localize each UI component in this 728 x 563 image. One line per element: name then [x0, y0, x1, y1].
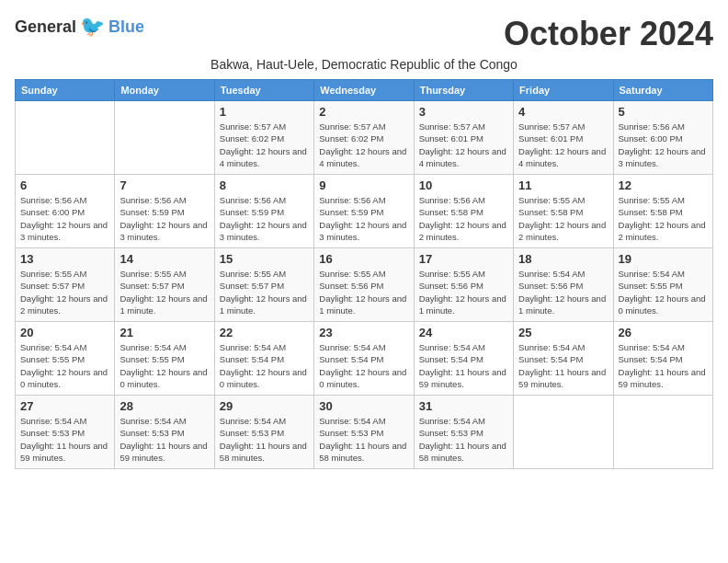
calendar-cell: 21Sunrise: 5:54 AM Sunset: 5:55 PM Dayli… [115, 322, 214, 396]
calendar-cell: 19Sunrise: 5:54 AM Sunset: 5:55 PM Dayli… [613, 248, 712, 322]
calendar-cell: 27Sunrise: 5:54 AM Sunset: 5:53 PM Dayli… [16, 396, 115, 469]
day-number: 3 [419, 105, 508, 119]
calendar-cell: 15Sunrise: 5:55 AM Sunset: 5:57 PM Dayli… [214, 248, 313, 322]
logo-bird-icon: 🐦 [80, 15, 105, 39]
calendar-cell: 2Sunrise: 5:57 AM Sunset: 6:02 PM Daylig… [314, 101, 414, 175]
calendar-cell: 24Sunrise: 5:54 AM Sunset: 5:54 PM Dayli… [414, 322, 513, 396]
calendar-cell: 11Sunrise: 5:55 AM Sunset: 5:58 PM Dayli… [514, 175, 613, 248]
day-info: Sunrise: 5:56 AM Sunset: 5:58 PM Dayligh… [419, 194, 508, 243]
day-info: Sunrise: 5:55 AM Sunset: 5:57 PM Dayligh… [119, 268, 209, 316]
day-info: Sunrise: 5:56 AM Sunset: 6:00 PM Dayligh… [20, 194, 109, 243]
day-number: 7 [119, 178, 209, 192]
day-number: 30 [319, 399, 408, 413]
calendar-cell: 20Sunrise: 5:54 AM Sunset: 5:55 PM Dayli… [16, 322, 115, 396]
logo: General 🐦 Blue [15, 15, 144, 39]
day-number: 26 [619, 326, 708, 339]
calendar-cell: 9Sunrise: 5:56 AM Sunset: 5:59 PM Daylig… [314, 175, 414, 248]
calendar-cell [514, 396, 613, 469]
day-number: 1 [220, 105, 309, 119]
day-info: Sunrise: 5:56 AM Sunset: 5:59 PM Dayligh… [119, 194, 209, 243]
day-info: Sunrise: 5:54 AM Sunset: 5:55 PM Dayligh… [119, 341, 209, 390]
calendar-cell: 25Sunrise: 5:54 AM Sunset: 5:54 PM Dayli… [514, 322, 613, 396]
day-info: Sunrise: 5:57 AM Sunset: 6:01 PM Dayligh… [518, 121, 608, 169]
calendar-cell: 10Sunrise: 5:56 AM Sunset: 5:58 PM Dayli… [414, 175, 513, 248]
week-row-2: 6Sunrise: 5:56 AM Sunset: 6:00 PM Daylig… [16, 175, 713, 248]
day-info: Sunrise: 5:57 AM Sunset: 6:01 PM Dayligh… [419, 121, 508, 169]
day-number: 29 [220, 399, 309, 413]
day-info: Sunrise: 5:55 AM Sunset: 5:57 PM Dayligh… [220, 268, 309, 316]
day-info: Sunrise: 5:55 AM Sunset: 5:57 PM Dayligh… [20, 268, 109, 316]
header-friday: Friday [514, 80, 613, 101]
day-number: 10 [419, 178, 508, 192]
month-title: October 2024 [504, 15, 713, 53]
day-info: Sunrise: 5:54 AM Sunset: 5:53 PM Dayligh… [20, 415, 109, 464]
calendar-cell: 26Sunrise: 5:54 AM Sunset: 5:54 PM Dayli… [613, 322, 712, 396]
calendar-cell: 8Sunrise: 5:56 AM Sunset: 5:59 PM Daylig… [214, 175, 313, 248]
week-row-5: 27Sunrise: 5:54 AM Sunset: 5:53 PM Dayli… [16, 396, 713, 469]
subtitle: Bakwa, Haut-Uele, Democratic Republic of… [15, 57, 713, 72]
day-number: 23 [319, 326, 408, 339]
day-info: Sunrise: 5:54 AM Sunset: 5:55 PM Dayligh… [20, 341, 109, 390]
header-monday: Monday [115, 80, 214, 101]
day-info: Sunrise: 5:54 AM Sunset: 5:56 PM Dayligh… [518, 268, 608, 316]
calendar-cell: 4Sunrise: 5:57 AM Sunset: 6:01 PM Daylig… [514, 101, 613, 175]
day-info: Sunrise: 5:54 AM Sunset: 5:53 PM Dayligh… [119, 415, 209, 464]
header-thursday: Thursday [414, 80, 513, 101]
calendar-cell: 1Sunrise: 5:57 AM Sunset: 6:02 PM Daylig… [214, 101, 313, 175]
day-info: Sunrise: 5:54 AM Sunset: 5:55 PM Dayligh… [619, 268, 708, 316]
day-number: 14 [119, 252, 209, 266]
day-number: 22 [220, 326, 309, 339]
day-number: 21 [119, 326, 209, 339]
header-sunday: Sunday [16, 80, 115, 101]
calendar-table: SundayMondayTuesdayWednesdayThursdayFrid… [15, 79, 713, 469]
day-number: 16 [319, 252, 408, 266]
header-tuesday: Tuesday [214, 80, 313, 101]
calendar-cell: 5Sunrise: 5:56 AM Sunset: 6:00 PM Daylig… [613, 101, 712, 175]
header-saturday: Saturday [613, 80, 712, 101]
calendar-cell: 7Sunrise: 5:56 AM Sunset: 5:59 PM Daylig… [115, 175, 214, 248]
calendar-cell: 29Sunrise: 5:54 AM Sunset: 5:53 PM Dayli… [214, 396, 313, 469]
day-number: 20 [20, 326, 109, 339]
calendar-cell [16, 101, 115, 175]
calendar-cell: 28Sunrise: 5:54 AM Sunset: 5:53 PM Dayli… [115, 396, 214, 469]
day-number: 13 [20, 252, 109, 266]
day-number: 5 [619, 105, 708, 119]
day-number: 19 [619, 252, 708, 266]
calendar-cell: 22Sunrise: 5:54 AM Sunset: 5:54 PM Dayli… [214, 322, 313, 396]
day-number: 8 [220, 178, 309, 192]
calendar-header-row: SundayMondayTuesdayWednesdayThursdayFrid… [16, 80, 713, 101]
day-number: 18 [518, 252, 608, 266]
day-info: Sunrise: 5:54 AM Sunset: 5:53 PM Dayligh… [220, 415, 309, 464]
day-info: Sunrise: 5:54 AM Sunset: 5:54 PM Dayligh… [419, 341, 508, 390]
day-number: 11 [518, 178, 608, 192]
day-number: 12 [619, 178, 708, 192]
calendar-cell: 17Sunrise: 5:55 AM Sunset: 5:56 PM Dayli… [414, 248, 513, 322]
day-info: Sunrise: 5:57 AM Sunset: 6:02 PM Dayligh… [220, 121, 309, 169]
day-number: 4 [518, 105, 608, 119]
day-info: Sunrise: 5:54 AM Sunset: 5:53 PM Dayligh… [319, 415, 408, 464]
day-number: 17 [419, 252, 508, 266]
day-info: Sunrise: 5:54 AM Sunset: 5:54 PM Dayligh… [319, 341, 408, 390]
day-info: Sunrise: 5:55 AM Sunset: 5:58 PM Dayligh… [619, 194, 708, 243]
day-info: Sunrise: 5:54 AM Sunset: 5:54 PM Dayligh… [518, 341, 608, 390]
calendar-cell: 14Sunrise: 5:55 AM Sunset: 5:57 PM Dayli… [115, 248, 214, 322]
day-info: Sunrise: 5:55 AM Sunset: 5:56 PM Dayligh… [319, 268, 408, 316]
day-info: Sunrise: 5:55 AM Sunset: 5:56 PM Dayligh… [419, 268, 508, 316]
day-info: Sunrise: 5:56 AM Sunset: 6:00 PM Dayligh… [619, 121, 708, 169]
calendar-cell: 31Sunrise: 5:54 AM Sunset: 5:53 PM Dayli… [414, 396, 513, 469]
week-row-4: 20Sunrise: 5:54 AM Sunset: 5:55 PM Dayli… [16, 322, 713, 396]
calendar-cell: 18Sunrise: 5:54 AM Sunset: 5:56 PM Dayli… [514, 248, 613, 322]
day-info: Sunrise: 5:57 AM Sunset: 6:02 PM Dayligh… [319, 121, 408, 169]
day-number: 15 [220, 252, 309, 266]
logo-general: General [15, 17, 76, 37]
day-number: 25 [518, 326, 608, 339]
calendar-cell: 13Sunrise: 5:55 AM Sunset: 5:57 PM Dayli… [16, 248, 115, 322]
day-info: Sunrise: 5:56 AM Sunset: 5:59 PM Dayligh… [220, 194, 309, 243]
logo-blue: Blue [108, 17, 144, 37]
calendar-cell: 3Sunrise: 5:57 AM Sunset: 6:01 PM Daylig… [414, 101, 513, 175]
day-info: Sunrise: 5:56 AM Sunset: 5:59 PM Dayligh… [319, 194, 408, 243]
header: General 🐦 Blue October 2024 [15, 15, 713, 53]
day-number: 9 [319, 178, 408, 192]
day-number: 6 [20, 178, 109, 192]
day-info: Sunrise: 5:54 AM Sunset: 5:54 PM Dayligh… [220, 341, 309, 390]
